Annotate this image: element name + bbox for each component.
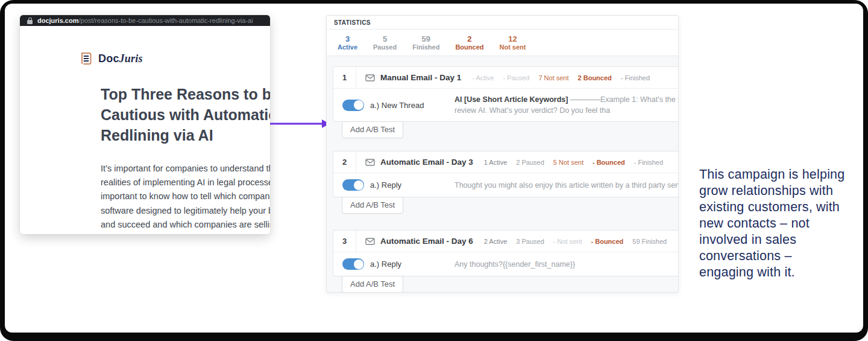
summary-stats: 3Active 5Paused 59Finished 2Bounced 12No… <box>327 30 678 56</box>
browser-window: docjuris.com/post/reasons-to-be-cautious… <box>20 15 270 234</box>
add-ab-test-button[interactable]: Add A/B Test <box>342 121 403 138</box>
docjuris-logo-icon <box>80 52 93 66</box>
annotation-text: This campaign is helping grow relationsh… <box>699 167 849 281</box>
article-line: software designed to legitimately help y… <box>101 204 270 218</box>
step-number: 2 <box>333 151 356 173</box>
step-statuses: - Active - Paused 7 Not sent 2 Bounced -… <box>472 74 650 81</box>
variant-toggle[interactable] <box>342 100 364 111</box>
status-finished: - Finished <box>621 74 650 81</box>
email-step-2: 2 Automatic Email - Day 3 1 Active 2 Pau… <box>333 151 678 214</box>
status-active: - Active <box>472 74 494 81</box>
lock-icon <box>27 18 33 24</box>
variant-row: a.) Reply Thought you might also enjoy t… <box>333 173 679 197</box>
sequence-list: 1 Manual Email - Day 1 - Active - Paused… <box>327 56 678 293</box>
status-paused: - Paused <box>503 74 529 81</box>
variant-toggle[interactable] <box>342 258 364 270</box>
article-title: Top Three Reasons to be Cautious with Au… <box>101 84 270 145</box>
add-ab-test-button[interactable]: Add A/B Test <box>342 197 403 214</box>
preview-body: Thought you might also enjoy this articl… <box>454 180 679 191</box>
summary-bounced: 2Bounced <box>455 34 483 51</box>
status-active: 1 Active <box>484 159 508 166</box>
preview-subject: AI [Use Short Article Keywords] <box>454 95 568 104</box>
url-text: docjuris.com/post/reasons-to-be-cautious… <box>37 17 253 24</box>
step-statuses: 2 Active 3 Paused - Not sent - Bounced 5… <box>484 238 667 245</box>
summary-paused: 5Paused <box>373 34 397 51</box>
status-paused: 2 Paused <box>516 159 544 166</box>
step-statuses: 1 Active 2 Paused 5 Not sent - Bounced -… <box>484 159 663 166</box>
email-preview[interactable]: Any thoughts?{{sender_first_name}} <box>454 259 679 270</box>
status-bounced: - Bounced <box>591 238 624 245</box>
statistics-panel: STATISTICS 3Active 5Paused 59Finished 2B… <box>326 15 679 293</box>
variant-label: a.) Reply <box>370 180 433 190</box>
add-ab-test-button[interactable]: Add A/B Test <box>342 276 403 293</box>
email-preview[interactable]: AI [Use Short Article Keywords] ————Exam… <box>454 94 679 116</box>
status-finished: 59 Finished <box>632 238 667 245</box>
article-line: and succeed and which companies are sell… <box>101 218 270 232</box>
variant-label: a.) New Thread <box>370 101 433 110</box>
envelope-icon <box>365 159 375 166</box>
variant-row: a.) New Thread AI [Use Short Article Key… <box>333 88 679 121</box>
preview-body: review AI. What’s your verdict? Do you f… <box>454 105 679 116</box>
step-title: Manual Email - Day 1 <box>380 73 461 82</box>
envelope-icon <box>365 74 375 81</box>
step-number: 1 <box>333 67 356 88</box>
status-not-sent: - Not sent <box>553 238 582 245</box>
status-finished: - Finished <box>634 159 663 166</box>
preview-body: Any thoughts?{{sender_first_name}} <box>454 259 679 270</box>
email-step-3: 3 Automatic Email - Day 6 2 Active 3 Pau… <box>333 230 678 293</box>
summary-not-sent: 12Not sent <box>499 34 526 51</box>
connector-arrow <box>270 118 330 130</box>
variant-label: a.) Reply <box>370 260 433 269</box>
status-not-sent: 7 Not sent <box>538 74 568 81</box>
email-step-header[interactable]: 1 Manual Email - Day 1 - Active - Paused… <box>333 67 679 88</box>
summary-finished: 59Finished <box>412 34 439 51</box>
docjuris-logo-text: DocJuris <box>98 53 143 65</box>
url-domain: docjuris.com <box>37 17 78 24</box>
email-step-header[interactable]: 2 Automatic Email - Day 3 1 Active 2 Pau… <box>333 151 679 173</box>
article-line: realities of implementing AI in legal pr… <box>101 176 270 190</box>
step-title: Automatic Email - Day 3 <box>380 158 473 167</box>
article-line: important to know how to tell which comp… <box>101 190 270 203</box>
step-title: Automatic Email - Day 6 <box>380 237 473 246</box>
status-paused: 3 Paused <box>516 238 544 245</box>
email-preview[interactable]: Thought you might also enjoy this articl… <box>454 180 679 191</box>
url-path: /post/reasons-to-be-cautious-with-automa… <box>78 17 253 24</box>
statistics-header: STATISTICS <box>327 16 678 30</box>
variant-row: a.) Reply Any thoughts?{{sender_first_na… <box>333 252 679 276</box>
status-bounced: - Bounced <box>593 159 625 166</box>
email-step-1: 1 Manual Email - Day 1 - Active - Paused… <box>333 66 678 138</box>
status-active: 2 Active <box>484 238 508 245</box>
article-line: day equivalent of snake oil for the sake… <box>101 232 270 234</box>
variant-toggle[interactable] <box>342 179 364 191</box>
status-bounced: 2 Bounced <box>578 74 612 81</box>
article-body: It’s important for companies to understa… <box>101 162 270 234</box>
summary-active: 3Active <box>338 34 357 51</box>
status-not-sent: 5 Not sent <box>553 159 583 166</box>
article-page: DocJuris Top Three Reasons to be Cautiou… <box>20 26 270 234</box>
envelope-icon <box>365 238 375 245</box>
email-step-header[interactable]: 3 Automatic Email - Day 6 2 Active 3 Pau… <box>333 231 679 252</box>
step-number: 3 <box>333 231 356 252</box>
docjuris-logo: DocJuris <box>80 52 270 66</box>
browser-url-bar[interactable]: docjuris.com/post/reasons-to-be-cautious… <box>20 15 270 26</box>
article-line: It’s important for companies to understa… <box>101 162 270 176</box>
